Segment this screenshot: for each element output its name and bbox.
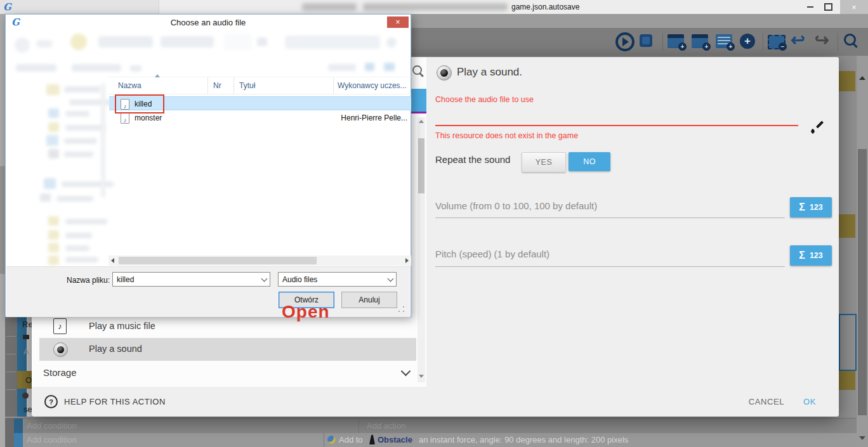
speaker-icon [437, 65, 452, 81]
scroll-up-icon[interactable] [419, 120, 424, 123]
toolbar-remove-event-icon[interactable] [768, 35, 786, 49]
scroll-down-icon[interactable] [859, 436, 865, 440]
event-color-bar [14, 433, 23, 447]
numeric-icon: 123 [810, 251, 823, 260]
restore-button[interactable] [820, 0, 836, 14]
add-action-link[interactable]: Add action [367, 421, 405, 431]
blurred-content [98, 36, 153, 48]
repeat-yes-button[interactable]: YES [522, 152, 566, 172]
audio-file-label: Choose the audio file to use [435, 95, 534, 104]
chevron-down-icon [401, 366, 411, 377]
annotation-highlight-rect [115, 94, 164, 113]
event-selected-olive-block [839, 71, 855, 91]
events-gutter [5, 418, 14, 433]
scroll-down-icon[interactable] [419, 375, 424, 378]
event-row[interactable]: Add condition Add to Obstacle an instant… [0, 433, 868, 447]
blurred-navigation-area [6, 15, 411, 268]
blurred-content [65, 111, 89, 117]
redo-icon[interactable]: ↪ [815, 32, 829, 49]
minimize-button[interactable] [802, 0, 819, 14]
blurred-content [46, 135, 58, 146]
search-icon[interactable] [844, 34, 856, 46]
search-icon[interactable] [412, 65, 422, 75]
scroll-left-icon[interactable] [111, 258, 114, 263]
add-condition-link[interactable]: Add condition [27, 421, 77, 431]
column-header-name[interactable]: Nazwa [108, 77, 208, 94]
force-action-icon [327, 436, 336, 444]
edit-brush-icon[interactable] [810, 120, 824, 134]
music-file-icon: ♪ [53, 318, 67, 334]
toolbar-add-circle-icon[interactable]: + [740, 34, 755, 49]
scrollbar-thumb[interactable] [858, 149, 867, 415]
pitch-expression-button[interactable]: Σ 123 [790, 245, 832, 266]
blurred-content [48, 230, 59, 240]
toolbar-divider [662, 33, 663, 51]
toolbar-divider [763, 33, 763, 51]
resize-grip[interactable] [398, 306, 404, 312]
action-item-play-music[interactable]: ♪ Play a music file [39, 317, 411, 337]
filetype-combobox[interactable]: Audio files [278, 272, 397, 287]
scrollbar-thumb[interactable] [0, 166, 5, 274]
restore-icon [824, 3, 832, 11]
scroll-right-icon[interactable] [405, 258, 409, 263]
audio-file-icon: ♪ [121, 113, 129, 124]
events-right-scrollbar[interactable] [857, 56, 868, 447]
cancel-button[interactable]: CANCEL [749, 397, 784, 406]
action-list-scrollbar[interactable] [418, 117, 425, 382]
help-link[interactable]: HELP FOR THIS ACTION [64, 397, 166, 406]
toolbar-divider [838, 33, 838, 51]
repeat-no-button[interactable]: NO [569, 152, 610, 171]
action-item-label: Play a music file [89, 321, 155, 331]
event-row[interactable]: Add condition Add action [0, 418, 868, 433]
selected-category-tab[interactable] [411, 89, 426, 112]
blurred-content [386, 37, 397, 48]
action-icon-fragment [22, 392, 29, 399]
blurred-content [16, 64, 56, 72]
blurred-content [224, 34, 252, 50]
column-header-performers[interactable]: Wykonawcy uczes... [334, 77, 411, 94]
cancel-button[interactable]: Anuluj [341, 292, 397, 308]
blurred-content [161, 36, 214, 48]
toolbar-debug-icon[interactable] [640, 34, 652, 47]
action-item-play-sound[interactable]: Play a sound [39, 338, 416, 361]
event-selected-olive-block [839, 214, 855, 238]
yes-label: YES [536, 158, 553, 167]
toolbar-play-icon[interactable] [615, 32, 635, 51]
toolbar-add-subevent-icon[interactable] [692, 34, 708, 48]
object-name: Obstacle [378, 435, 412, 444]
add-condition-link[interactable]: Add condition [27, 435, 77, 444]
help-icon[interactable]: ? [44, 395, 58, 408]
app-logo-icon: G [3, 2, 11, 12]
action-group-storage[interactable]: Storage [39, 363, 411, 382]
volume-input-underline[interactable] [435, 217, 785, 218]
ok-button[interactable]: OK [803, 397, 816, 406]
blurred-content [64, 86, 101, 93]
audio-file-input-underline[interactable] [435, 125, 798, 126]
toolbar-add-comment-icon[interactable] [716, 34, 732, 48]
scrollbar-thumb[interactable] [418, 138, 424, 193]
filename-combobox[interactable]: killed [112, 272, 270, 287]
scrollbar-thumb[interactable] [119, 257, 317, 264]
toolbar-add-event-icon[interactable] [667, 34, 684, 48]
obstacle-object-icon [369, 435, 375, 444]
file-dialog: G Choose an audio file × Nazwa Nr Tytuł … [5, 14, 411, 317]
close-icon: × [852, 3, 857, 12]
file-dialog-footer: Nazwa pliku: killed Audio files Otwórz A… [6, 266, 410, 317]
file-list-hscrollbar[interactable] [109, 256, 411, 266]
volume-expression-button[interactable]: Σ 123 [790, 197, 832, 217]
main-titlebar: G game.json.autosave × [0, 0, 868, 15]
resource-error-text: This resource does not exist in the game [435, 131, 578, 140]
action-text-prefix: Add to [339, 435, 363, 444]
column-header-nr[interactable]: Nr [208, 77, 234, 94]
events-gutter [5, 433, 14, 447]
filename-label: Nazwa pliku: [67, 276, 110, 285]
event-color-bar [14, 418, 23, 433]
events-left-scrollbar[interactable] [0, 14, 5, 447]
scroll-up-icon[interactable] [859, 76, 865, 80]
blurred-content [365, 63, 374, 71]
close-button[interactable]: × [840, 0, 868, 14]
window-title: game.json.autosave [511, 3, 579, 11]
column-header-title[interactable]: Tytuł [234, 77, 334, 94]
undo-icon[interactable]: ↩ [791, 32, 805, 49]
pitch-input-underline[interactable] [435, 266, 785, 267]
